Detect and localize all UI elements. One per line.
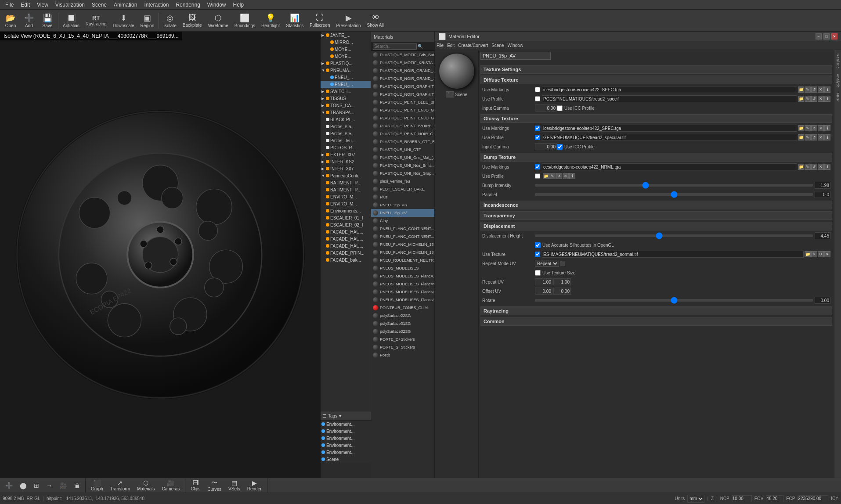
tree-item[interactable]: ▶INTER_KS2 bbox=[321, 158, 371, 165]
btn-d6[interactable]: ✕ bbox=[563, 173, 569, 179]
btn-d7[interactable]: ✕ bbox=[824, 251, 830, 257]
btn-r4[interactable]: ↺ bbox=[811, 134, 817, 140]
mat-menu-file[interactable]: File bbox=[437, 43, 444, 48]
tool-boundings[interactable]: ⬜Boundings bbox=[232, 11, 258, 30]
btn-e3[interactable]: ✎ bbox=[805, 125, 811, 131]
tool-backplate[interactable]: 🖼Backplate bbox=[180, 11, 205, 30]
mat-item[interactable]: Postit bbox=[371, 351, 434, 359]
tag-item[interactable]: Environment... bbox=[321, 449, 371, 456]
mat-editor-close[interactable]: ✕ bbox=[831, 33, 837, 40]
btn-i5[interactable]: ℹ bbox=[824, 164, 830, 170]
tree-item[interactable]: PNEU_... bbox=[321, 81, 371, 88]
bump-parallel-slider[interactable] bbox=[535, 193, 813, 196]
tool-region[interactable]: ▣Region bbox=[138, 11, 157, 30]
btn-f3[interactable]: 📁 bbox=[798, 125, 804, 131]
status-units-select[interactable]: mm cm m bbox=[687, 495, 704, 503]
side-tab-realistic[interactable]: Realistic bbox=[835, 52, 841, 70]
mat-menu-edit[interactable]: Edit bbox=[447, 43, 455, 48]
btn-folder[interactable]: 📁 bbox=[798, 86, 804, 93]
btn-i4[interactable]: ℹ bbox=[824, 134, 830, 140]
mat-item[interactable]: polySurface32SG bbox=[371, 328, 434, 335]
tag-item[interactable]: Environment... bbox=[321, 442, 371, 449]
glossy-markings-value[interactable] bbox=[542, 125, 797, 132]
tree-item[interactable]: ▼PNEUMA... bbox=[321, 67, 371, 74]
btn-r6[interactable]: ↺ bbox=[556, 173, 562, 179]
raytracing-header[interactable]: Raytracing bbox=[480, 306, 832, 315]
bump-profile-checkbox[interactable] bbox=[535, 173, 540, 179]
glossy-gamma-value[interactable] bbox=[535, 143, 557, 150]
tree-item[interactable]: BATIMENT_R... bbox=[321, 186, 371, 193]
btm-cam-btn[interactable]: 🎥 bbox=[56, 479, 70, 492]
mat-item[interactable]: Clay bbox=[371, 217, 434, 225]
btm-graph-btn[interactable]: ⬛ Graph bbox=[87, 479, 107, 492]
mat-item[interactable]: PLASTIQUE_NOIR_GRAPHITE bbox=[371, 83, 434, 90]
btm-vsets-btn[interactable]: ▤ VSets bbox=[225, 479, 244, 492]
btm-add-btn[interactable]: ➕ bbox=[2, 479, 16, 492]
tree-item[interactable]: FACADE_HAU... bbox=[321, 228, 371, 235]
mat-item[interactable]: PLASTIQUE_MOTIF_Gris_Sat... bbox=[371, 51, 434, 59]
btn-delete[interactable]: ✕ bbox=[818, 86, 824, 93]
mat-menu-window[interactable]: Window bbox=[508, 43, 523, 48]
displacement-height-slider[interactable] bbox=[535, 234, 813, 237]
mat-item[interactable]: polySurface22SG bbox=[371, 312, 434, 320]
btn-delete2[interactable]: ✕ bbox=[818, 96, 824, 102]
tool-show-all[interactable]: 👁Show All bbox=[365, 11, 386, 30]
mat-item[interactable]: PNEU_ROULEMENT_NEUTR... bbox=[371, 256, 434, 264]
side-tab-nrp[interactable]: NRP bbox=[835, 91, 841, 103]
diffuse-profile-checkbox[interactable] bbox=[535, 96, 540, 101]
btn-reload[interactable]: ↺ bbox=[811, 86, 817, 93]
tree-item[interactable]: MIRRO... bbox=[321, 39, 371, 46]
mat-item[interactable]: PLASTIQUE_PEINT_ENJO_GM bbox=[371, 106, 434, 114]
mat-item[interactable]: PNEU_FLANC_CONTINENT... bbox=[371, 225, 434, 233]
rotate-value[interactable] bbox=[815, 297, 830, 304]
transparency-header[interactable]: Transparency bbox=[480, 211, 832, 220]
btn-info2[interactable]: ℹ bbox=[824, 96, 830, 102]
use-texture-checkbox[interactable] bbox=[535, 252, 540, 257]
status-fov-value[interactable] bbox=[766, 495, 783, 502]
btn-f5[interactable]: 📁 bbox=[798, 164, 804, 170]
displacement-height-value[interactable] bbox=[815, 232, 830, 239]
diffuse-profile-value[interactable] bbox=[542, 95, 797, 102]
tool-fullscreen[interactable]: ⛶Fullscreen bbox=[307, 11, 332, 30]
tool-open[interactable]: 📂Open bbox=[2, 11, 19, 30]
diffuse-gamma-value[interactable] bbox=[535, 104, 557, 112]
texture-size-checkbox[interactable] bbox=[535, 270, 541, 276]
menu-edit[interactable]: Edit bbox=[17, 2, 33, 8]
mat-item[interactable]: PLASTIQUE_PEINT_IVOIRE_B... bbox=[371, 122, 434, 130]
repeat-uv-v[interactable] bbox=[553, 278, 571, 285]
tree-item[interactable]: ENVIRO_M... bbox=[321, 193, 371, 200]
mat-preview-icon[interactable]: ⬛ bbox=[446, 91, 454, 97]
common-header[interactable]: Common bbox=[480, 317, 832, 326]
btm-clips-btn[interactable]: 🎞 Clips bbox=[187, 479, 204, 492]
tree-item[interactable]: BLACK-PL... bbox=[321, 116, 371, 123]
mat-item[interactable]: PLOT_ESCALIER_BAKE bbox=[371, 185, 434, 193]
menu-visualization[interactable]: Visualization bbox=[52, 2, 88, 8]
btn-r7[interactable]: ↺ bbox=[818, 251, 824, 257]
btn-f4[interactable]: 📁 bbox=[798, 134, 804, 140]
mat-item[interactable]: PLASTIQUE_NOIR_GRAPHITE bbox=[371, 90, 434, 98]
tree-item[interactable]: FACADE_HAU... bbox=[321, 242, 371, 249]
bump-markings-checkbox[interactable] bbox=[535, 164, 540, 169]
glossy-header[interactable]: Glossy Texture bbox=[480, 114, 832, 123]
btn-i6[interactable]: ℹ bbox=[569, 173, 575, 179]
mat-item[interactable]: PNEUS_MODELISES_FlancsA... bbox=[371, 288, 434, 296]
mat-item[interactable]: plexi_verrine_feu bbox=[371, 177, 434, 185]
btm-transform-btn[interactable]: ↗ Transform bbox=[107, 479, 134, 492]
diffuse-markings-value[interactable] bbox=[542, 86, 797, 93]
incandescence-header[interactable]: Incandescence bbox=[480, 201, 832, 209]
tag-item[interactable]: Environment... bbox=[321, 421, 371, 428]
tree-item[interactable]: ▶SWITCH... bbox=[321, 88, 371, 95]
btn-edit2[interactable]: ✎ bbox=[805, 96, 811, 102]
tree-item[interactable]: ESCALIER_02_I bbox=[321, 221, 371, 228]
bump-intensity-value[interactable] bbox=[815, 182, 830, 189]
tool-wireframe[interactable]: ⬡Wireframe bbox=[206, 11, 231, 30]
status-ncp-value[interactable] bbox=[732, 495, 752, 502]
mat-item[interactable]: PNEUS_MODELISES_FlancAVG bbox=[371, 280, 434, 288]
tree-item[interactable]: MOYE... bbox=[321, 46, 371, 53]
tree-item[interactable]: BATIMENT_R... bbox=[321, 179, 371, 186]
menu-view[interactable]: View bbox=[33, 2, 52, 8]
tag-item[interactable]: Environment... bbox=[321, 435, 371, 442]
mat-item[interactable]: PNEU_FLANC_MICHELIN_16... bbox=[371, 241, 434, 248]
side-tab-analytic[interactable]: Analytic bbox=[835, 72, 841, 90]
use-texture-value[interactable] bbox=[542, 251, 804, 258]
